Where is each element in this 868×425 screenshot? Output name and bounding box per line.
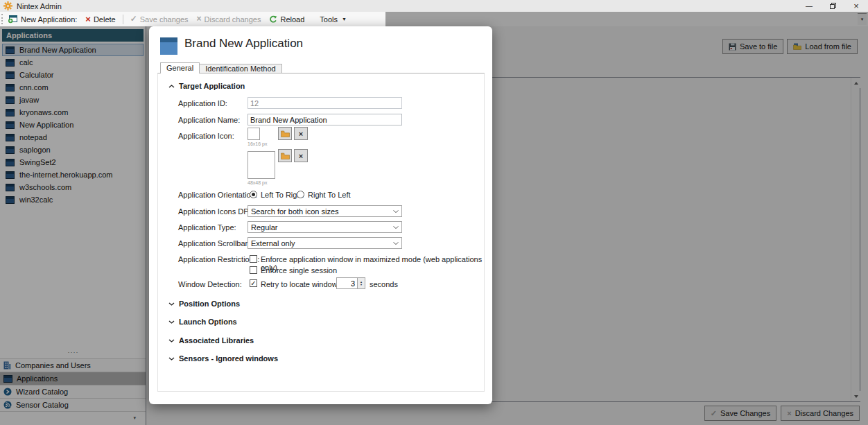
expand-chevron-icon (168, 302, 175, 306)
x-icon: × (299, 152, 303, 160)
radio-right-to-left[interactable] (297, 191, 304, 198)
section-launch-options[interactable]: Launch Options (168, 318, 237, 326)
application-name-label: Application Name: (178, 116, 240, 124)
reload-button[interactable]: Reload (265, 12, 309, 26)
dialog-title: Brand New Application (184, 37, 303, 51)
tab-general[interactable]: General (160, 62, 200, 73)
tools-label: Tools (320, 15, 338, 24)
application-orientation-label: Application Orientation: (178, 191, 257, 199)
icon-small-caption: 16x16 px (248, 141, 267, 146)
application-restrictions-label: Application Restrictions: (178, 255, 259, 263)
application-id-field[interactable] (248, 97, 402, 109)
window-detection-label: Window Detection: (178, 280, 242, 288)
new-application-label: New Application: (21, 15, 77, 24)
browse-icon-large-button[interactable] (278, 149, 292, 162)
check-icon: ✓ (250, 279, 256, 287)
folder-icon (281, 130, 290, 137)
clear-icon-large-button[interactable]: × (294, 149, 308, 162)
tools-dropdown-icon: ▼ (342, 17, 347, 21)
nintex-admin-window: Nintex Admin — × New Application: (0, 0, 868, 425)
spinner-down-icon[interactable]: ▼ (360, 284, 363, 286)
reload-icon (269, 15, 277, 24)
radio-left-to-right[interactable] (250, 191, 257, 198)
application-window-icon (160, 37, 177, 55)
icon-large-caption: 48x48 px (248, 180, 267, 185)
application-name-field[interactable] (248, 114, 402, 125)
tab-identification-method[interactable]: Identification Method (200, 64, 282, 73)
section-sensors-ignored-windows[interactable]: Sensors - Ignored windows (168, 354, 278, 363)
checkbox-single-session-label: Enforce single session (261, 266, 337, 275)
selected-value: External only (251, 239, 295, 248)
section-position-options[interactable]: Position Options (168, 300, 240, 308)
checkbox-single-session[interactable] (250, 266, 257, 274)
application-scrollbars-select[interactable]: External only (248, 237, 402, 249)
delete-button[interactable]: × Delete (81, 12, 119, 26)
new-application-icon (8, 15, 18, 24)
minimize-button[interactable]: — (797, 0, 821, 12)
checkbox-retry-locate-window-label: Retry to locate window for (261, 280, 349, 288)
icon-preview-large[interactable] (248, 151, 275, 179)
folder-icon (281, 153, 290, 159)
section-label: Sensors - Ignored windows (179, 354, 278, 363)
new-application-button[interactable]: New Application: (3, 12, 81, 26)
chevron-down-icon (393, 210, 399, 213)
expand-chevron-icon (168, 357, 175, 361)
application-dialog: Brand New Application General Identifica… (149, 26, 492, 404)
delete-x-icon: × (85, 15, 91, 23)
restore-icon (830, 3, 836, 9)
save-changes-toolbar-button[interactable]: ✓ Save changes (126, 12, 193, 26)
reload-label: Reload (280, 15, 304, 24)
expand-chevron-icon (168, 339, 175, 342)
section-label: Target Application (179, 82, 245, 90)
seconds-suffix-label: seconds (370, 280, 398, 288)
modal-overlay-toolbar (385, 12, 868, 26)
selected-value: Regular (251, 223, 278, 232)
x-icon: × (299, 130, 303, 138)
collapse-chevron-icon (168, 85, 175, 88)
chevron-down-icon (393, 226, 399, 229)
title-bar: Nintex Admin — × (0, 0, 868, 12)
nintex-gear-icon (3, 1, 12, 10)
application-icons-dpi-select[interactable]: Search for both icon sizes (248, 205, 402, 217)
browse-icon-small-button[interactable] (278, 127, 292, 140)
tools-menu-button[interactable]: Tools ▼ (315, 12, 351, 26)
clear-icon-small-button[interactable]: × (294, 127, 308, 140)
window-title: Nintex Admin (17, 2, 62, 10)
checkbox-retry-locate-window[interactable]: ✓ (250, 279, 257, 287)
checkbox-maximized-mode[interactable] (250, 255, 257, 263)
application-scrollbars-label: Application Scrollbars: (178, 239, 254, 248)
section-label: Associated Libraries (179, 336, 254, 345)
delete-label: Delete (94, 15, 116, 24)
retry-seconds-field[interactable] (336, 277, 358, 289)
section-label: Position Options (179, 300, 240, 308)
save-changes-label: Save changes (140, 15, 189, 24)
discard-x-icon: × (197, 15, 202, 23)
check-icon: ✓ (130, 15, 137, 23)
close-button[interactable]: × (844, 0, 868, 12)
application-icon-label: Application Icon: (178, 132, 234, 140)
application-id-label: Application ID: (178, 99, 227, 107)
section-label: Launch Options (179, 318, 237, 326)
application-type-label: Application Type: (178, 223, 236, 232)
discard-changes-toolbar-button[interactable]: × Discard changes (193, 12, 266, 26)
icon-preview-small[interactable] (248, 128, 260, 140)
restore-button[interactable] (821, 0, 844, 12)
retry-seconds-stepper[interactable]: ▲ ▼ (357, 277, 365, 289)
section-associated-libraries[interactable]: Associated Libraries (168, 336, 254, 345)
discard-changes-label: Discard changes (205, 15, 261, 24)
toolbar-separator (123, 15, 123, 24)
expand-chevron-icon (168, 320, 175, 324)
section-target-application[interactable]: Target Application (168, 82, 245, 90)
dialog-tabs: General Identification Method (160, 62, 282, 73)
application-icons-dpi-label: Application Icons DPI: (178, 207, 253, 216)
radio-right-to-left-label: Right To Left (308, 191, 351, 199)
application-type-select[interactable]: Regular (248, 221, 402, 233)
chevron-down-icon (393, 242, 399, 245)
selected-value: Search for both icon sizes (251, 207, 339, 216)
